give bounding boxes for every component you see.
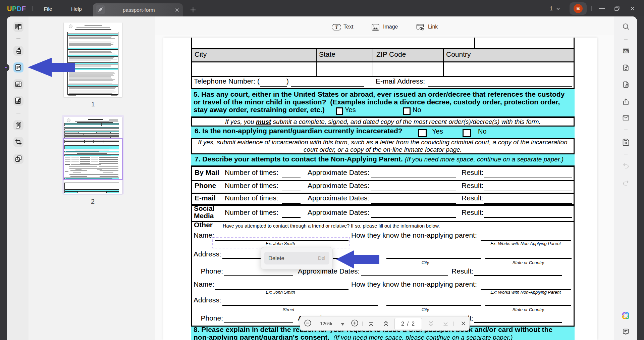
svg-text:T: T (335, 25, 338, 30)
svg-text:OCR: OCR (624, 50, 629, 52)
